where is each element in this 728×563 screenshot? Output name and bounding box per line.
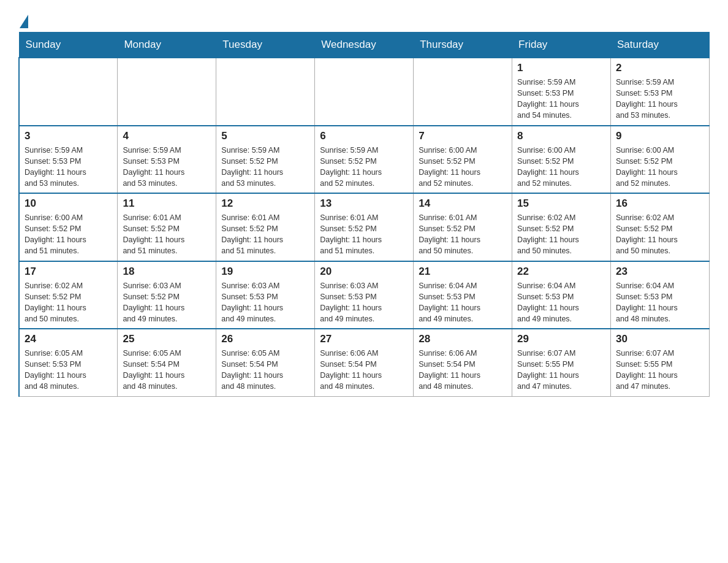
day-info: Sunrise: 6:01 AM Sunset: 5:52 PM Dayligh… <box>419 212 507 257</box>
day-number: 19 <box>221 266 309 278</box>
calendar-day-cell: 11Sunrise: 6:01 AM Sunset: 5:52 PM Dayli… <box>118 193 216 261</box>
calendar-day-cell <box>315 58 414 126</box>
day-info: Sunrise: 6:07 AM Sunset: 5:55 PM Dayligh… <box>616 348 704 393</box>
calendar-day-cell: 6Sunrise: 5:59 AM Sunset: 5:52 PM Daylig… <box>315 126 414 194</box>
day-of-week-header: Saturday <box>611 33 710 58</box>
day-number: 9 <box>616 130 704 142</box>
day-number: 5 <box>221 130 309 142</box>
day-info: Sunrise: 5:59 AM Sunset: 5:53 PM Dayligh… <box>517 77 605 121</box>
day-info: Sunrise: 6:06 AM Sunset: 5:54 PM Dayligh… <box>320 348 408 393</box>
day-info: Sunrise: 6:01 AM Sunset: 5:52 PM Dayligh… <box>221 212 309 257</box>
day-info: Sunrise: 6:05 AM Sunset: 5:53 PM Dayligh… <box>25 348 112 393</box>
day-number: 8 <box>517 130 605 142</box>
day-number: 7 <box>419 130 507 142</box>
calendar-day-cell: 9Sunrise: 6:00 AM Sunset: 5:52 PM Daylig… <box>611 126 710 194</box>
calendar-day-cell <box>216 58 315 126</box>
day-info: Sunrise: 6:02 AM Sunset: 5:52 PM Dayligh… <box>25 280 112 325</box>
day-info: Sunrise: 6:02 AM Sunset: 5:52 PM Dayligh… <box>517 212 605 257</box>
day-info: Sunrise: 6:04 AM Sunset: 5:53 PM Dayligh… <box>616 280 704 325</box>
calendar-day-cell: 28Sunrise: 6:06 AM Sunset: 5:54 PM Dayli… <box>414 329 512 396</box>
day-number: 28 <box>419 333 507 345</box>
calendar-week-row: 3Sunrise: 5:59 AM Sunset: 5:53 PM Daylig… <box>19 126 710 194</box>
day-info: Sunrise: 6:01 AM Sunset: 5:52 PM Dayligh… <box>123 212 211 257</box>
day-number: 24 <box>25 333 112 345</box>
calendar-day-cell: 12Sunrise: 6:01 AM Sunset: 5:52 PM Dayli… <box>216 193 315 261</box>
calendar-day-cell: 2Sunrise: 5:59 AM Sunset: 5:53 PM Daylig… <box>611 58 710 126</box>
day-number: 4 <box>123 130 211 142</box>
day-info: Sunrise: 6:00 AM Sunset: 5:52 PM Dayligh… <box>616 145 704 190</box>
calendar-week-row: 24Sunrise: 6:05 AM Sunset: 5:53 PM Dayli… <box>19 329 710 396</box>
day-number: 3 <box>25 130 112 142</box>
logo-triangle-icon <box>20 15 28 28</box>
day-of-week-header: Monday <box>118 33 216 58</box>
day-info: Sunrise: 6:01 AM Sunset: 5:52 PM Dayligh… <box>320 212 408 257</box>
day-info: Sunrise: 6:06 AM Sunset: 5:54 PM Dayligh… <box>419 348 507 393</box>
calendar-day-cell: 4Sunrise: 5:59 AM Sunset: 5:53 PM Daylig… <box>118 126 216 194</box>
calendar-day-cell: 30Sunrise: 6:07 AM Sunset: 5:55 PM Dayli… <box>611 329 710 396</box>
day-info: Sunrise: 6:07 AM Sunset: 5:55 PM Dayligh… <box>517 348 605 393</box>
day-of-week-header: Sunday <box>19 33 118 58</box>
day-info: Sunrise: 6:00 AM Sunset: 5:52 PM Dayligh… <box>25 212 112 257</box>
calendar-day-cell: 16Sunrise: 6:02 AM Sunset: 5:52 PM Dayli… <box>611 193 710 261</box>
day-number: 17 <box>25 266 112 278</box>
day-info: Sunrise: 6:05 AM Sunset: 5:54 PM Dayligh… <box>221 348 309 393</box>
day-info: Sunrise: 6:02 AM Sunset: 5:52 PM Dayligh… <box>616 212 704 257</box>
calendar-day-cell: 5Sunrise: 5:59 AM Sunset: 5:52 PM Daylig… <box>216 126 315 194</box>
day-number: 20 <box>320 266 408 278</box>
day-number: 22 <box>517 266 605 278</box>
day-number: 21 <box>419 266 507 278</box>
calendar-week-row: 1Sunrise: 5:59 AM Sunset: 5:53 PM Daylig… <box>19 58 710 126</box>
calendar-day-cell: 17Sunrise: 6:02 AM Sunset: 5:52 PM Dayli… <box>19 261 118 329</box>
day-number: 15 <box>517 197 605 210</box>
calendar-day-cell: 29Sunrise: 6:07 AM Sunset: 5:55 PM Dayli… <box>512 329 611 396</box>
calendar-day-cell <box>19 58 118 126</box>
calendar-day-cell: 3Sunrise: 5:59 AM Sunset: 5:53 PM Daylig… <box>19 126 118 194</box>
calendar-day-cell: 26Sunrise: 6:05 AM Sunset: 5:54 PM Dayli… <box>216 329 315 396</box>
calendar-day-cell: 14Sunrise: 6:01 AM Sunset: 5:52 PM Dayli… <box>414 193 512 261</box>
calendar-day-cell <box>118 58 216 126</box>
calendar-week-row: 17Sunrise: 6:02 AM Sunset: 5:52 PM Dayli… <box>19 261 710 329</box>
day-info: Sunrise: 6:03 AM Sunset: 5:53 PM Dayligh… <box>221 280 309 325</box>
calendar-day-cell: 13Sunrise: 6:01 AM Sunset: 5:52 PM Dayli… <box>315 193 414 261</box>
day-number: 6 <box>320 130 408 142</box>
day-info: Sunrise: 5:59 AM Sunset: 5:53 PM Dayligh… <box>616 77 704 121</box>
calendar-day-cell: 8Sunrise: 6:00 AM Sunset: 5:52 PM Daylig… <box>512 126 611 194</box>
calendar-day-cell: 18Sunrise: 6:03 AM Sunset: 5:52 PM Dayli… <box>118 261 216 329</box>
day-number: 2 <box>616 62 704 74</box>
calendar-table: SundayMondayTuesdayWednesdayThursdayFrid… <box>18 32 710 397</box>
calendar-day-cell: 20Sunrise: 6:03 AM Sunset: 5:53 PM Dayli… <box>315 261 414 329</box>
calendar-day-cell: 23Sunrise: 6:04 AM Sunset: 5:53 PM Dayli… <box>611 261 710 329</box>
day-number: 14 <box>419 197 507 210</box>
day-info: Sunrise: 5:59 AM Sunset: 5:53 PM Dayligh… <box>25 145 112 190</box>
logo <box>18 12 28 26</box>
day-number: 26 <box>221 333 309 345</box>
day-number: 10 <box>25 197 112 210</box>
day-number: 16 <box>616 197 704 210</box>
day-number: 30 <box>616 333 704 345</box>
day-info: Sunrise: 6:03 AM Sunset: 5:53 PM Dayligh… <box>320 280 408 325</box>
calendar-day-cell <box>414 58 512 126</box>
day-info: Sunrise: 6:05 AM Sunset: 5:54 PM Dayligh… <box>123 348 211 393</box>
calendar-day-cell: 22Sunrise: 6:04 AM Sunset: 5:53 PM Dayli… <box>512 261 611 329</box>
calendar-day-cell: 21Sunrise: 6:04 AM Sunset: 5:53 PM Dayli… <box>414 261 512 329</box>
calendar-day-cell: 10Sunrise: 6:00 AM Sunset: 5:52 PM Dayli… <box>19 193 118 261</box>
day-info: Sunrise: 5:59 AM Sunset: 5:53 PM Dayligh… <box>123 145 211 190</box>
page-header <box>18 12 710 26</box>
day-info: Sunrise: 6:03 AM Sunset: 5:52 PM Dayligh… <box>123 280 211 325</box>
day-number: 13 <box>320 197 408 210</box>
calendar-week-row: 10Sunrise: 6:00 AM Sunset: 5:52 PM Dayli… <box>19 193 710 261</box>
day-number: 25 <box>123 333 211 345</box>
day-number: 12 <box>221 197 309 210</box>
day-info: Sunrise: 6:04 AM Sunset: 5:53 PM Dayligh… <box>419 280 507 325</box>
calendar-header-row: SundayMondayTuesdayWednesdayThursdayFrid… <box>19 33 710 58</box>
calendar-day-cell: 27Sunrise: 6:06 AM Sunset: 5:54 PM Dayli… <box>315 329 414 396</box>
day-info: Sunrise: 6:04 AM Sunset: 5:53 PM Dayligh… <box>517 280 605 325</box>
calendar-day-cell: 15Sunrise: 6:02 AM Sunset: 5:52 PM Dayli… <box>512 193 611 261</box>
day-number: 18 <box>123 266 211 278</box>
day-info: Sunrise: 6:00 AM Sunset: 5:52 PM Dayligh… <box>517 145 605 190</box>
calendar-day-cell: 7Sunrise: 6:00 AM Sunset: 5:52 PM Daylig… <box>414 126 512 194</box>
day-info: Sunrise: 5:59 AM Sunset: 5:52 PM Dayligh… <box>221 145 309 190</box>
day-info: Sunrise: 5:59 AM Sunset: 5:52 PM Dayligh… <box>320 145 408 190</box>
day-number: 11 <box>123 197 211 210</box>
calendar-day-cell: 1Sunrise: 5:59 AM Sunset: 5:53 PM Daylig… <box>512 58 611 126</box>
